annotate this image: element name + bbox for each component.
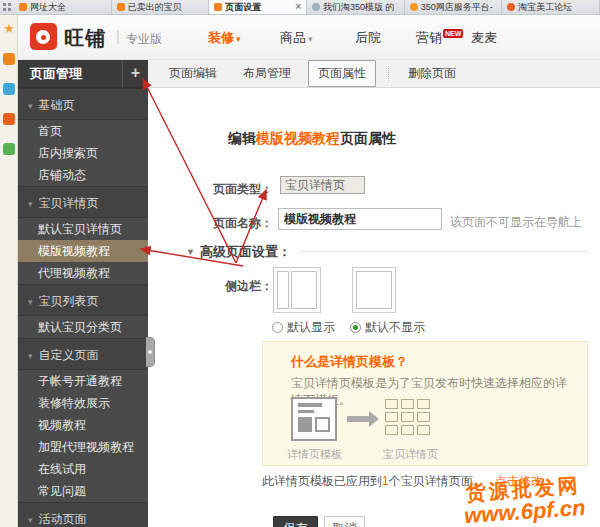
sidebar-item-moren-baobeifenleiye[interactable]: 默认宝贝分类页 [18,316,148,338]
browser-tab-active[interactable]: 页面设置 × [209,0,307,14]
browser-side-strip: ★ [0,15,18,527]
chevron-down-icon: ▾ [236,34,241,44]
add-page-button[interactable]: + [122,60,148,88]
logo-divider: | [116,28,120,44]
browser-tab-bar: 网址大全 已卖出的宝贝 页面设置 × 我们淘350模版 的 350网店服务平台-… [0,0,600,15]
preview-sidebar-column [277,271,289,309]
caret-down-icon: ▾ [28,515,33,525]
radio-checked-icon[interactable] [350,322,361,333]
sidebar-item-shipinjiaocheng[interactable]: 视频教程 [18,414,148,436]
sidebar-collapse-handle[interactable] [146,337,155,367]
tab-delete-page[interactable]: 删除页面 [399,61,465,86]
page-type-input [280,176,365,194]
browser-tab[interactable]: 淘宝美工论坛 [502,0,600,14]
sidebar-item-dianpudongtai[interactable]: 店铺动态 [18,164,148,186]
menu-houyuan[interactable]: 后院 [355,29,381,47]
caret-down-icon: ▾ [28,297,33,307]
sidebar-hide-preview[interactable] [352,267,396,313]
menu-zhuangxiu[interactable]: 装修▾ [208,29,241,47]
sidebar-section-baobeiliebiaoye[interactable]: ▾宝贝列表页 [18,284,148,316]
caret-down-icon: ▾ [28,351,33,361]
page-properties-panel: 编辑模版视频教程页面属性 页面类型： 页面名称： 该页面不可显示在导航上 ▼高级… [148,88,600,527]
sidebar-item-zaixianshiyong[interactable]: 在线试用 [18,458,148,480]
tab-label: 已卖出的宝贝 [128,1,182,14]
wangpu-logo-icon [30,23,57,50]
tab-favicon-icon [214,3,222,11]
bookmark-icon[interactable] [3,143,15,155]
browser-tab[interactable]: 已卖出的宝贝 [112,0,210,14]
section-divider [300,251,588,252]
radio-default-show[interactable]: 默认显示 [272,319,335,336]
menu-yingxiao[interactable]: 营销NEW [416,29,463,47]
preview-full-column [356,271,392,309]
radio-unchecked-icon[interactable] [272,322,283,333]
template-info-box: 什么是详情页模板？ 宝贝详情页模板是为了宝贝发布时快速选择相应的详情页模板。 详… [262,341,588,466]
tab-label: 350网店服务平台- [421,1,493,14]
sidebar-item-jiameng[interactable]: 加盟代理视频教程 [18,436,148,458]
page-name-hint: 该页面不可显示在导航上 [450,214,582,231]
tab-favicon-icon [410,3,418,11]
browser-grid-icon[interactable] [0,0,14,14]
bookmark-icon[interactable] [3,53,15,65]
sidebar-section-baobeixiangqingye[interactable]: ▾宝贝详情页 [18,186,148,218]
caret-down-icon: ▾ [28,101,33,111]
page-name-input[interactable] [278,208,442,230]
tab-divider [388,66,389,81]
sidebar-item-shouye[interactable]: 首页 [18,120,148,142]
sidebar-section-huodongyemian[interactable]: ▾活动页面 [18,502,148,527]
radio-default-hide[interactable]: 默认不显示 [350,319,425,336]
save-button[interactable]: 保存 [273,516,318,527]
sidebar-item-changjianwenti[interactable]: 常见问题 [18,480,148,502]
info-right-caption: 宝贝详情页 [383,447,438,462]
browser-tab[interactable]: 350网店服务平台- [405,0,503,14]
tab-favicon-icon [312,3,320,11]
menu-maimai[interactable]: 麦麦 [471,29,497,47]
radio-label: 默认显示 [287,319,335,336]
menu-shangpin[interactable]: 商品▾ [280,29,313,47]
detail-pages-grid-icon [385,399,430,435]
page-tab-bar: 页面编辑 布局管理 页面属性 删除页面 [148,60,600,88]
page-type-label: 页面类型： [168,181,273,198]
page-title-highlight: 模版视频教程 [256,130,340,146]
sidebar-header: 页面管理 + [18,60,148,88]
new-badge: NEW [443,29,463,38]
sidebar-item-dianneisousuoye[interactable]: 店内搜索页 [18,142,148,164]
tab-page-properties-active[interactable]: 页面属性 [308,60,376,87]
detail-template-icon [291,397,337,441]
bookmark-icon[interactable] [3,113,15,125]
sidebar-show-preview[interactable] [273,267,321,313]
tab-label: 淘宝美工论坛 [518,1,572,14]
browser-tab[interactable]: 网址大全 [14,0,112,14]
tab-page-edit[interactable]: 页面编辑 [160,61,226,86]
info-left-caption: 详情页模板 [287,447,342,462]
tab-label: 网址大全 [30,1,66,14]
sidebar-section-zidingyiyemian[interactable]: ▾自定义页面 [18,338,148,370]
applied-count: 1 [382,474,389,488]
app-logo-text: 旺铺 [64,25,106,52]
sidebar-item-zizhanghao[interactable]: 子帐号开通教程 [18,370,148,392]
sidebar: 页面管理 + ▾基础页 首页 店内搜索页 店铺动态 ▾宝贝详情页 默认宝贝详情页… [18,60,148,527]
cancel-button[interactable]: 取消 [324,516,365,527]
sidebar-item-dailishipinjiaocheng[interactable]: 代理视频教程 [18,262,148,284]
bookmark-icon[interactable] [3,83,15,95]
triangle-down-icon: ▼ [186,247,195,257]
tab-favicon-icon [507,3,515,11]
tab-favicon-icon [117,3,125,11]
preview-content-column [291,271,317,309]
tab-close-icon[interactable]: × [295,2,301,12]
sidebar-section-jichuye[interactable]: ▾基础页 [18,88,148,120]
screenshot-root: 网址大全 已卖出的宝贝 页面设置 × 我们淘350模版 的 350网店服务平台-… [0,0,600,527]
tab-label: 页面设置 [225,1,261,14]
browser-tab[interactable]: 我们淘350模版 的 [307,0,405,14]
sidebar-item-mobanshipinjiaocheng-selected[interactable]: 模版视频教程 [18,240,148,262]
advanced-settings-toggle[interactable]: ▼高级页面设置： [186,243,291,261]
chevron-down-icon: ▾ [308,34,313,44]
favorite-star-icon[interactable]: ★ [3,23,15,35]
tab-layout-manage[interactable]: 布局管理 [234,61,300,86]
sidebar-item-moren-baobeixiangqingye[interactable]: 默认宝贝详情页 [18,218,148,240]
sidebar-item-zhuangxiutexiao[interactable]: 装修特效展示 [18,392,148,414]
page-name-label: 页面名称： [168,215,273,232]
tab-favicon-icon [19,3,27,11]
sidebar-setting-label: 侧边栏： [168,278,273,295]
info-box-title: 什么是详情页模板？ [291,353,408,371]
